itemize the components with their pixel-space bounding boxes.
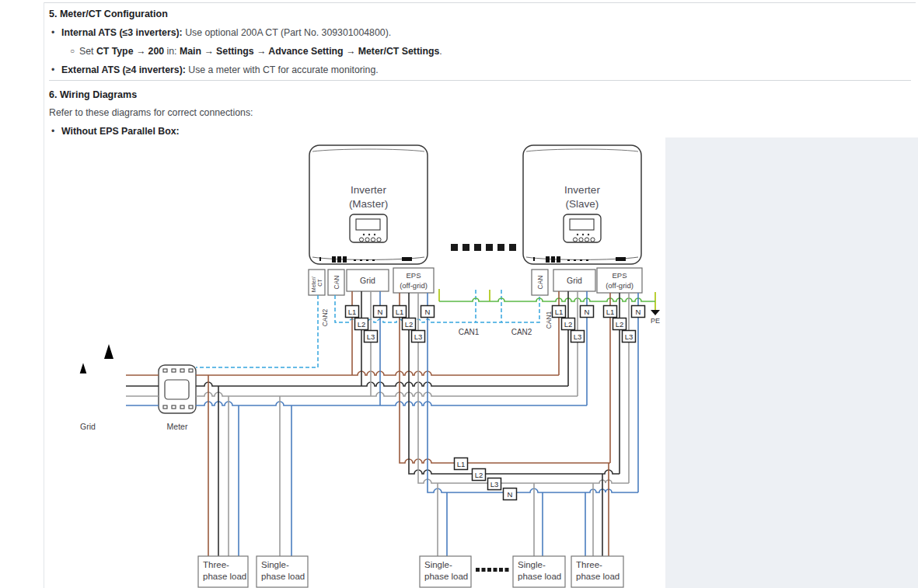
can1-vertical-label: CAN1 — [545, 311, 553, 329]
load-label-line1: Single- — [261, 560, 289, 569]
section5-item1-sub: ○Set CT Type → 200 in: Main → Settings →… — [70, 46, 442, 57]
grid-tower-large — [89, 344, 129, 419]
more-loads-ellipsis — [476, 568, 509, 572]
single-phase-load-3: Single- phase load — [513, 556, 565, 587]
load-label-line2: phase load — [518, 572, 561, 581]
section6-intro: Refer to these diagrams for correct conn… — [49, 107, 253, 118]
item2-bold: External ATS (≥4 inverters): — [61, 64, 186, 75]
n-tag: N — [585, 308, 590, 316]
n-bus — [196, 402, 587, 405]
three-phase-load-1: Three- phase load — [198, 556, 248, 587]
slave-eps-port-label2: (off-grid) — [606, 281, 634, 290]
l3-tag: L3 — [367, 332, 375, 341]
n-tag: N — [425, 308, 431, 316]
master-eps-port-label1: EPS — [406, 271, 421, 280]
l2-bus — [196, 382, 568, 386]
sub-bold1: CT Type → 200 — [96, 46, 164, 57]
inverter-slave-role: (Slave) — [566, 198, 599, 210]
l2-tag: L2 — [358, 320, 366, 329]
inverter-master-name: Inverter — [351, 184, 386, 196]
sub-bold2: Main → Settings → Advance Setting → Mete… — [180, 46, 439, 57]
slave-grid-port-label: Grid — [567, 276, 582, 285]
sub-end: . — [439, 46, 442, 57]
can2-vertical-label: CAN2 — [321, 308, 329, 326]
inverter-slave: Inverter (Slave) — [523, 145, 641, 264]
bullet-icon: • — [51, 64, 61, 75]
sub-bullet-icon: ○ — [70, 47, 79, 55]
section5-heading: 5. Meter/CT Configuration — [49, 9, 168, 19]
load-label-line1: Single- — [424, 560, 452, 569]
meter-node-label: Meter — [167, 422, 188, 431]
l1-bus — [196, 371, 559, 375]
section6-heading: 6. Wiring Diagrams — [49, 89, 137, 100]
l1-tag: L1 — [396, 308, 404, 316]
slave-can-port-label: CAN — [536, 276, 544, 290]
load-label-line1: Single- — [518, 560, 546, 569]
pe-wire — [439, 298, 655, 301]
l3-tag: L3 — [490, 480, 499, 489]
single-phase-load-2: Single- phase load — [420, 556, 471, 587]
l1-tag: L1 — [555, 308, 564, 316]
page-background-right — [665, 137, 918, 588]
l3-tag: L3 — [625, 332, 634, 341]
n-tag: N — [508, 490, 513, 499]
master-grid-port-label: Grid — [360, 276, 375, 285]
load-boxes: Three- phase load Single- phase load Sin… — [198, 556, 623, 587]
bullet-icon: • — [51, 126, 61, 137]
top-divider — [44, 2, 916, 3]
wiring-diagram: Inverter (Master) Inverter (Slave) — [65, 137, 665, 588]
master-can-port-label: CAN — [333, 276, 340, 290]
item1-text: Use optional 200A CT (Part No. 309301004… — [183, 27, 391, 38]
l1-tag: L1 — [457, 460, 466, 468]
ground-arrow-icon — [651, 310, 660, 315]
section5-item1: •Internal ATS (≤3 inverters): Use option… — [51, 27, 391, 38]
l2-tag: L2 — [405, 320, 414, 329]
eps-l3-wire — [418, 293, 629, 483]
eps-l2-wire — [409, 293, 620, 474]
item2-text: Use a meter with CT for accurate monitor… — [186, 64, 379, 75]
l2-tag: L2 — [616, 320, 624, 329]
section-divider — [49, 80, 911, 81]
inverter-master: Inverter (Master) — [309, 145, 428, 264]
inverter-display — [350, 214, 387, 242]
n-tag: N — [378, 308, 383, 316]
can1-label: CAN1 — [459, 328, 480, 336]
l2-tag: L2 — [475, 471, 483, 479]
l3-tag: L3 — [574, 332, 582, 341]
document-page: 5. Meter/CT Configuration •Internal ATS … — [0, 0, 918, 588]
load-label-line1: Three- — [203, 560, 229, 569]
more-inverters-ellipsis — [451, 244, 516, 251]
inverter-master-role: (Master) — [349, 198, 388, 210]
inverter-slave-name: Inverter — [564, 184, 600, 196]
item1-bold: Internal ATS (≤3 inverters): — [61, 27, 183, 38]
bullet-icon: • — [51, 27, 61, 38]
can2-label: CAN2 — [511, 328, 532, 336]
content-left-border — [44, 2, 44, 588]
l1-tag: L1 — [606, 308, 615, 316]
n-tag: N — [636, 308, 641, 316]
load-label-line2: phase load — [203, 572, 246, 581]
meter-ct-comm-line — [196, 295, 318, 367]
single-phase-load-1: Single- phase load — [257, 556, 308, 587]
section6-item1: •Without EPS Parallel Box: — [51, 126, 180, 137]
meter-icon — [159, 365, 196, 413]
load-label-line2: phase load — [261, 572, 305, 581]
section6-item1-bold: Without EPS Parallel Box: — [61, 126, 180, 137]
l2-tag: L2 — [564, 320, 573, 329]
sub-pre: Set — [79, 46, 96, 57]
l1-tag: L1 — [348, 308, 357, 316]
three-phase-load-2: Three- phase load — [571, 556, 623, 587]
grid-tower-small — [68, 363, 97, 417]
l3-tag: L3 — [414, 332, 423, 341]
l3-bus — [196, 392, 578, 396]
pe-label: PE — [651, 317, 660, 325]
inverter-display — [564, 214, 601, 242]
section5-item2: •External ATS (≥4 inverters): Use a mete… — [51, 64, 379, 75]
sub-mid: in: — [164, 46, 180, 57]
slave-eps-port-label1: EPS — [612, 271, 627, 280]
load-label-line2: phase load — [424, 572, 468, 581]
master-eps-port-label2: (off-grid) — [400, 281, 428, 290]
eps-l1-wire — [400, 293, 610, 463]
load-label-line1: Three- — [576, 560, 602, 569]
grid-node-label: Grid — [80, 422, 96, 431]
